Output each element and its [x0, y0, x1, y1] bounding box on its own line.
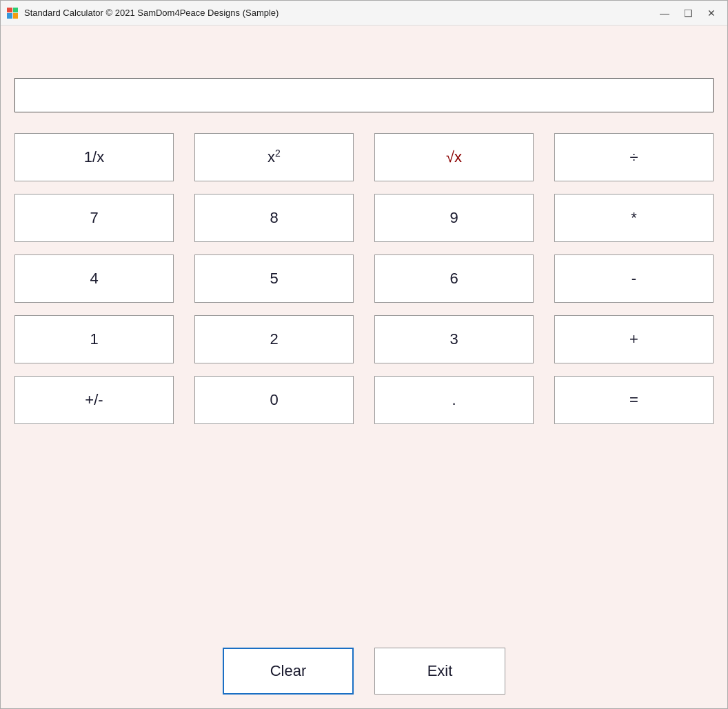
btn-3[interactable]: 3: [374, 315, 534, 363]
window-title: Standard Calculator © 2021 SamDom4Peace …: [24, 8, 279, 18]
minimize-button[interactable]: —: [654, 5, 675, 21]
app-icon: [6, 7, 19, 19]
btn-equals[interactable]: =: [554, 376, 714, 424]
expression-display: [14, 37, 714, 71]
btn-5[interactable]: 5: [194, 254, 354, 303]
btn-clear[interactable]: Clear: [223, 648, 354, 695]
btn-4[interactable]: 4: [14, 254, 174, 303]
window-controls: — ❑ ✕: [654, 5, 722, 21]
btn-reciprocal[interactable]: 1/x: [14, 133, 174, 181]
btn-9[interactable]: 9: [374, 194, 534, 242]
btn-divide[interactable]: ÷: [554, 133, 714, 181]
btn-sqrt[interactable]: √x: [374, 133, 534, 181]
btn-0[interactable]: 0: [194, 376, 354, 424]
close-button[interactable]: ✕: [701, 5, 722, 21]
calculator-window: Standard Calculator © 2021 SamDom4Peace …: [0, 0, 728, 709]
btn-decimal[interactable]: .: [374, 376, 534, 424]
restore-button[interactable]: ❑: [678, 5, 698, 21]
btn-7[interactable]: 7: [14, 194, 174, 242]
calculator-body: 1/x x2 √x ÷ 7 8 9 *: [1, 26, 727, 708]
btn-exit[interactable]: Exit: [374, 648, 505, 695]
title-bar-left: Standard Calculator © 2021 SamDom4Peace …: [6, 7, 279, 19]
btn-negate[interactable]: +/-: [14, 376, 174, 424]
btn-2[interactable]: 2: [194, 315, 354, 363]
btn-6[interactable]: 6: [374, 254, 534, 303]
btn-add[interactable]: +: [554, 315, 714, 363]
title-bar: Standard Calculator © 2021 SamDom4Peace …: [1, 1, 727, 26]
btn-square[interactable]: x2: [194, 133, 354, 181]
buttons-grid: 1/x x2 √x ÷ 7 8 9 *: [14, 133, 714, 631]
btn-multiply[interactable]: *: [554, 194, 714, 242]
btn-subtract[interactable]: -: [554, 254, 714, 303]
main-display: [14, 78, 714, 112]
btn-8[interactable]: 8: [194, 194, 354, 242]
btn-1[interactable]: 1: [14, 315, 174, 363]
